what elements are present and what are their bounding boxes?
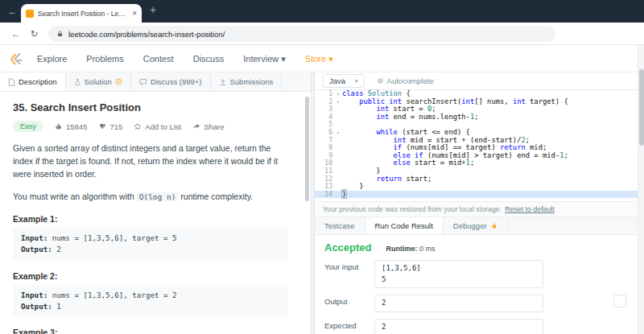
console-tab-bar: TestcaseRun Code ResultDebugger	[315, 217, 638, 235]
your-input-value[interactable]: [1,3,5,6] 5	[374, 260, 543, 288]
line-number: 12	[315, 175, 334, 183]
restore-notice: Your previous code was restored from you…	[315, 201, 638, 217]
nav-discuss[interactable]: Discuss	[193, 54, 225, 64]
page-scrollbar-thumb[interactable]	[639, 69, 644, 146]
language-select[interactable]: Java ▾	[323, 74, 365, 88]
tab-discuss-999[interactable]: Discuss (999+)	[131, 72, 211, 91]
status-badge: Accepted	[324, 241, 372, 254]
line-number: 9	[315, 152, 334, 160]
result-row-label: Output	[324, 295, 374, 306]
result-rows: Your input[1,3,5,6] 5Output2Expected2	[324, 260, 628, 334]
line-number: 4	[315, 113, 334, 122]
fold-icon	[334, 191, 342, 199]
share-button[interactable]: Share	[192, 122, 224, 131]
line-number: 5	[315, 121, 334, 129]
result-row-label: Expected	[324, 319, 374, 330]
fold-icon: ▾	[334, 90, 342, 98]
tab-close-icon[interactable]: ×	[132, 10, 137, 18]
line-number: 10	[315, 159, 334, 167]
fold-icon	[334, 144, 342, 152]
runtime-text: Runtime: 0 ms	[386, 245, 436, 253]
upload-icon	[219, 78, 227, 86]
output-value[interactable]: 2	[374, 295, 543, 312]
leetcode-logo[interactable]	[10, 52, 24, 69]
new-tab-button[interactable]: +	[150, 3, 156, 16]
browser-tab[interactable]: Search Insert Position - LeetCode ×	[21, 4, 142, 23]
add-to-list-button[interactable]: Add to List	[134, 122, 181, 131]
fold-icon	[334, 159, 342, 167]
code-line-12[interactable]: 12 return start;	[315, 175, 638, 183]
fold-icon	[334, 167, 342, 175]
lock-icon	[56, 30, 64, 38]
url-text: leetcode.com/problems/search-insert-posi…	[68, 30, 225, 39]
browser-titlebar: ← Search Insert Position - LeetCode × +	[0, 0, 644, 23]
console-tab-debugger[interactable]: Debugger	[444, 217, 508, 234]
chevron-down-icon: ▾	[355, 78, 358, 85]
difficulty-badge[interactable]: Easy	[13, 121, 43, 132]
line-number: 2	[315, 98, 334, 106]
tab-solution[interactable]: Solution	[66, 72, 131, 91]
expected-value[interactable]: 2	[374, 319, 543, 334]
nav-interview[interactable]: Interview ▾	[243, 54, 286, 64]
tab-description[interactable]: Description	[0, 72, 66, 91]
console-tab-label: Debugger	[453, 221, 487, 230]
fold-icon	[334, 152, 342, 160]
status-row: Accepted Runtime: 0 ms	[324, 241, 628, 254]
flask-icon	[74, 78, 81, 86]
problem-panel: DescriptionSolutionDiscuss (999+)Submiss…	[0, 72, 311, 334]
output-aux-box[interactable]	[613, 295, 626, 307]
reload-icon[interactable]: ↻	[31, 28, 38, 39]
console-tab-testcase[interactable]: Testcase	[315, 217, 365, 234]
code-line-14[interactable]: 14}	[315, 191, 638, 199]
result-row-output: Output2	[324, 295, 628, 312]
problem-meta: Easy 15845 715 Add to List Share	[13, 121, 288, 132]
code-line-4[interactable]: 4 int end = nums.length-1;	[315, 113, 638, 122]
code-editor[interactable]: 1▾class Solution {2▾ public int searchIn…	[315, 90, 638, 200]
example-block: Input: nums = [1,3,5,6], target = 5 Outp…	[13, 228, 288, 261]
run-result: Accepted Runtime: 0 ms Your input[1,3,5,…	[315, 235, 638, 334]
titlebar-back-icon[interactable]: ←	[8, 6, 17, 17]
console-tab-label: Run Code Result	[375, 221, 433, 230]
like-button[interactable]: 15845	[55, 122, 87, 131]
lock-icon	[491, 222, 497, 229]
code-text: }	[342, 183, 638, 191]
solution-video-icon	[115, 78, 122, 85]
back-icon[interactable]: ←	[11, 28, 20, 39]
line-number: 13	[315, 183, 334, 191]
line-number: 6	[315, 129, 334, 137]
nav-store[interactable]: Store ▾	[305, 54, 333, 64]
left-scrollbar-thumb[interactable]	[305, 97, 309, 201]
nav-problems[interactable]: Problems	[86, 54, 123, 64]
result-row-expected: Expected2	[324, 319, 628, 334]
line-number: 14	[315, 191, 334, 199]
fold-icon	[334, 137, 342, 145]
editor-panel: Java ▾ Autocomplete 1▾class Solution {2▾…	[315, 72, 638, 334]
constraint-suffix: runtime complexity.	[178, 192, 253, 201]
tab-submissions[interactable]: Submissions	[211, 72, 283, 91]
console-tab-run-code-result[interactable]: Run Code Result	[365, 217, 444, 234]
page-scrollbar	[638, 45, 644, 334]
fold-icon	[334, 121, 342, 129]
runtime-value: 0 ms	[419, 245, 436, 253]
line-number: 8	[315, 144, 334, 152]
example-title: Example 3:	[13, 328, 288, 334]
browser-toolbar: ← ↻ leetcode.com/problems/search-insert-…	[0, 23, 644, 45]
restore-notice-text: Your previous code was restored from you…	[323, 205, 502, 213]
code-text: return start;	[342, 175, 638, 183]
tab-label: Description	[19, 77, 57, 86]
description-icon	[8, 78, 15, 86]
nav-contest[interactable]: Contest	[143, 54, 174, 64]
code-line-13[interactable]: 13 }	[315, 183, 638, 191]
fold-icon: ▾	[334, 129, 342, 137]
url-field[interactable]: leetcode.com/problems/search-insert-posi…	[48, 26, 555, 42]
code-text: int end = nums.length-1;	[342, 113, 638, 122]
dislike-button[interactable]: 715	[98, 122, 122, 131]
leetcode-header: ExploreProblemsContestDiscussInterview ▾…	[0, 45, 644, 72]
autocomplete-label: Autocomplete	[387, 76, 434, 85]
nav-explore[interactable]: Explore	[37, 54, 67, 64]
autocomplete-toggle[interactable]: Autocomplete	[378, 76, 434, 85]
result-row-label: Your input	[324, 260, 374, 271]
dislike-count: 715	[109, 122, 122, 131]
reset-to-default-link[interactable]: Reset to default	[505, 205, 555, 213]
problem-description: Given a sorted array of distinct integer…	[13, 142, 288, 180]
